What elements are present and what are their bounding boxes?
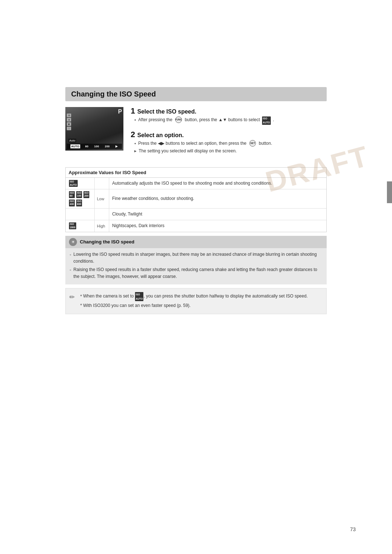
page-number: 73 <box>350 526 356 532</box>
menu-button-icon: FUNC <box>175 116 182 123</box>
set-button-icon: SET <box>249 140 256 147</box>
cam-iso-100: 100 <box>93 144 99 148</box>
iso-table-header: Approximate Values for ISO Speed <box>66 168 326 178</box>
cam-icon-1: ⊞ <box>67 114 71 117</box>
camera-lcd: P ⊞ ◈ ▣ □ Auto AUTO 80 100 200 <box>65 107 123 151</box>
step-1-heading: Select the ISO speed. <box>137 108 196 115</box>
cam-left-icons: ⊞ ◈ ▣ □ <box>67 114 71 130</box>
side-tab <box>387 181 392 203</box>
iso-icon-row-2: ISO400 ISO800 <box>69 199 90 207</box>
iso-table-row-low: ISO80 ISO100 ISO200 ISO400 ISO800 Low Fi… <box>66 189 326 209</box>
section-title: Changing the ISO Speed <box>71 90 321 98</box>
iso-icon-high: ISO1600 <box>66 220 95 232</box>
step-2-title: 2 Select an option. <box>131 131 327 139</box>
iso-badge-400: ISO400 <box>69 200 75 206</box>
iso-badge-200: ISO200 <box>83 191 89 198</box>
iso-level-mid <box>95 209 109 220</box>
iso-icon-row-1: ISO80 ISO100 ISO200 <box>69 191 90 198</box>
cam-icon-4: □ <box>67 127 71 130</box>
camera-overlay: P ⊞ ◈ ▣ □ Auto AUTO 80 100 200 <box>65 107 123 151</box>
iso-level-auto <box>95 178 109 189</box>
iso-desc-low: Fine weather conditions, outdoor shootin… <box>109 189 326 208</box>
note-box: ✏ When the camera is set to ISOAUTO, you… <box>65 288 327 314</box>
page: DRAFT Changing the ISO Speed P ⊞ ◈ ▣ □ <box>0 0 392 554</box>
note-icon: ✏ <box>69 292 75 303</box>
iso-desc-mid: Cloudy, Twilight <box>109 209 326 220</box>
tip-title: Changing the ISO speed <box>80 239 134 245</box>
iso-desc-high: Nightscapes, Dark interiors <box>109 220 326 232</box>
step-1-bullet-1: After pressing the FUNC button, press th… <box>131 116 327 125</box>
iso-table-row-mid: Cloudy, Twilight <box>66 209 326 220</box>
step-1: 1 Select the ISO speed. After pressing t… <box>131 107 327 125</box>
instruction-area: P ⊞ ◈ ▣ □ Auto AUTO 80 100 200 <box>65 107 327 160</box>
iso-table: Approximate Values for ISO Speed ISOAUTO… <box>65 167 327 232</box>
iso-badge-100: ISO100 <box>76 191 82 198</box>
step-2-arrow-1: The setting you selected will display on… <box>131 148 327 154</box>
iso-icon-grid-low: ISO80 ISO100 ISO200 ISO400 ISO800 <box>69 191 90 207</box>
note-iso-auto: ISOAUTO <box>135 292 144 301</box>
step-2-bullet-1: Press the ◀▶ buttons to select an option… <box>131 140 327 147</box>
iso-badge-80: ISO80 <box>69 191 75 198</box>
cam-iso-arrow: ▶ <box>115 144 118 148</box>
iso-badge-auto: ISOAUTO <box>69 180 78 187</box>
step-2: 2 Select an option. Press the ◀▶ buttons… <box>131 131 327 154</box>
steps-area: 1 Select the ISO speed. After pressing t… <box>131 107 327 160</box>
cam-iso-200: 200 <box>104 144 110 148</box>
iso-icon-mid <box>66 209 95 220</box>
tip-icon: ☀ <box>69 238 77 246</box>
cam-icon-3: ▣ <box>67 122 71 126</box>
step-1-title: 1 Select the ISO speed. <box>131 107 327 115</box>
tip-section: ☀ Changing the ISO speed Lowering the IS… <box>65 236 327 285</box>
tip-body: Lowering the ISO speed results in sharpe… <box>65 248 327 285</box>
iso-badge-1600: ISO1600 <box>69 222 76 229</box>
iso-icon-low: ISO80 ISO100 ISO200 ISO400 ISO800 <box>66 189 95 208</box>
iso-level-low: Low <box>95 189 109 208</box>
cam-mode-label: P <box>118 108 122 115</box>
step-2-heading: Select an option. <box>137 132 184 139</box>
section-header: Changing the ISO Speed <box>65 87 327 101</box>
tip-bullet-2: Raising the ISO speed results in a faste… <box>70 266 322 280</box>
cam-auto-label: Auto <box>68 139 76 143</box>
iso-level-high: High <box>95 220 109 232</box>
iso-icon-auto: ISOAUTO <box>66 178 95 189</box>
cam-icon-2: ◈ <box>67 118 71 122</box>
note-item-2: With ISO3200 you can set an even faster … <box>80 302 322 309</box>
iso-badge-800: ISO800 <box>76 200 82 206</box>
note-item-1: When the camera is set to ISOAUTO, you c… <box>80 292 322 301</box>
cam-iso-auto: AUTO <box>70 144 80 148</box>
camera-image: P ⊞ ◈ ▣ □ Auto AUTO 80 100 200 <box>65 107 123 151</box>
cam-bottom-bar: AUTO 80 100 200 ▶ <box>67 144 122 149</box>
iso-table-row-auto: ISOAUTO Automatically adjusts the ISO sp… <box>66 178 326 189</box>
iso-auto-badge: ISOAUTO <box>262 116 271 125</box>
step-2-number: 2 <box>131 131 135 139</box>
step-1-number: 1 <box>131 107 135 115</box>
tip-bullet-1: Lowering the ISO speed results in sharpe… <box>70 251 322 265</box>
tip-header: ☀ Changing the ISO speed <box>65 236 327 248</box>
iso-table-row-high: ISO1600 High Nightscapes, Dark interiors <box>66 220 326 232</box>
iso-desc-auto: Automatically adjusts the ISO speed to t… <box>109 178 326 189</box>
content-area: Changing the ISO Speed P ⊞ ◈ ▣ □ Auto <box>65 87 327 314</box>
cam-iso-80: 80 <box>84 144 89 148</box>
